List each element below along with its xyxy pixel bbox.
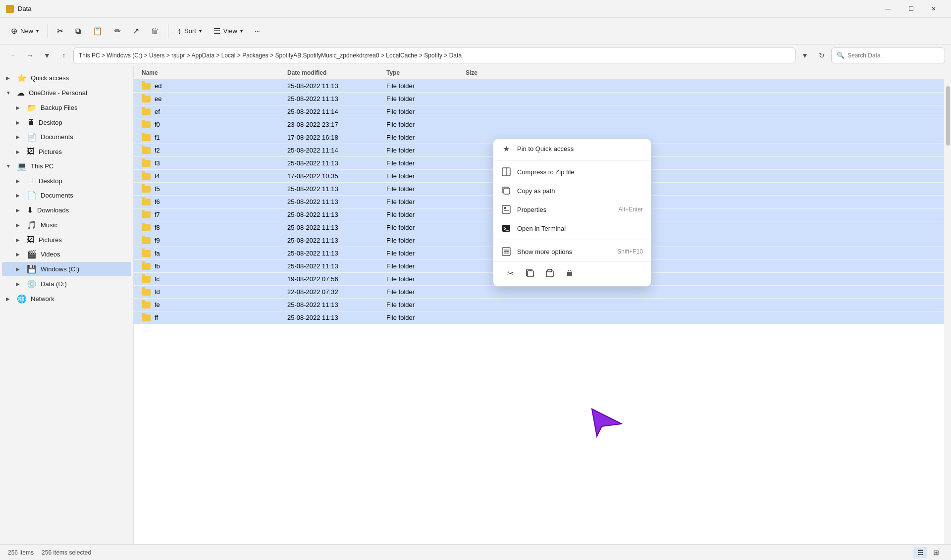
table-row[interactable]: ed 25-08-2022 11:13 File folder bbox=[134, 80, 944, 93]
zip-icon bbox=[501, 167, 511, 177]
file-name-cell: f6 bbox=[134, 198, 287, 205]
sidebar-item-documents-od[interactable]: ▶ 📄 Documents bbox=[2, 130, 131, 144]
file-name: f0 bbox=[155, 121, 160, 128]
network-icon: 🌐 bbox=[17, 294, 27, 304]
expand-icon: ▼ bbox=[6, 163, 13, 169]
file-date-cell: 22-08-2022 07:32 bbox=[287, 288, 386, 296]
list-view-button[interactable]: ☰ bbox=[913, 547, 927, 559]
ctx-open-terminal[interactable]: Open in Terminal bbox=[493, 219, 651, 238]
search-box[interactable]: 🔍 bbox=[831, 48, 945, 63]
table-row[interactable]: ff 25-08-2022 11:13 File folder bbox=[134, 311, 944, 324]
table-row[interactable]: fe 25-08-2022 11:13 File folder bbox=[134, 299, 944, 311]
sidebar-item-pictures-od[interactable]: ▶ 🖼 Pictures bbox=[2, 145, 131, 158]
file-name-cell: f5 bbox=[134, 185, 287, 193]
ctx-bottom-icons: ✂ 🗑 bbox=[493, 261, 651, 286]
scrollbar[interactable] bbox=[944, 66, 951, 544]
minimize-button[interactable]: — bbox=[877, 0, 899, 18]
col-name-header[interactable]: Name bbox=[134, 69, 287, 76]
view-dropdown-icon: ▾ bbox=[240, 28, 243, 34]
sidebar-item-videos[interactable]: ▶ 🎬 Videos bbox=[2, 247, 131, 261]
sidebar-item-network[interactable]: ▶ 🌐 Network bbox=[2, 292, 131, 306]
sidebar-item-onedrive[interactable]: ▼ ☁ OneDrive - Personal bbox=[2, 86, 131, 100]
col-type-header[interactable]: Type bbox=[386, 69, 466, 76]
ctx-paste-icon[interactable] bbox=[541, 265, 559, 281]
new-button[interactable]: ⊕ New ▾ bbox=[6, 23, 44, 39]
pin-icon: ★ bbox=[501, 144, 511, 153]
sidebar-item-pictures-pc[interactable]: ▶ 🖼 Pictures bbox=[2, 233, 131, 247]
up-button[interactable]: ↑ bbox=[56, 48, 71, 63]
breadcrumb-dropdown-button[interactable]: ▼ bbox=[797, 48, 812, 63]
close-button[interactable]: ✕ bbox=[922, 0, 945, 18]
title-bar-left: Data bbox=[6, 5, 31, 13]
ctx-copy-icon[interactable] bbox=[521, 265, 539, 281]
folder-icon bbox=[142, 83, 151, 90]
scrollbar-thumb[interactable] bbox=[946, 86, 950, 146]
col-size-header[interactable]: Size bbox=[466, 69, 525, 76]
maximize-button[interactable]: ☐ bbox=[899, 0, 922, 18]
col-date-header[interactable]: Date modified bbox=[287, 69, 386, 76]
folder-icon bbox=[142, 96, 151, 102]
paste-button[interactable]: 📋 bbox=[88, 23, 107, 39]
table-row[interactable]: ef 25-08-2022 11:14 File folder bbox=[134, 105, 944, 118]
sidebar-item-backup-files[interactable]: ▶ 📁 Backup Files bbox=[2, 101, 131, 115]
file-name-cell: f0 bbox=[134, 121, 287, 128]
ctx-compress-zip[interactable]: Compress to Zip file bbox=[493, 162, 651, 181]
sidebar-item-music[interactable]: ▶ 🎵 Music bbox=[2, 218, 131, 232]
share-button[interactable]: ↗ bbox=[128, 23, 144, 39]
forward-button[interactable]: → bbox=[23, 48, 38, 63]
ctx-properties[interactable]: Properties Alt+Enter bbox=[493, 200, 651, 219]
ctx-delete-icon[interactable]: 🗑 bbox=[561, 265, 579, 281]
table-row[interactable]: fd 22-08-2022 07:32 File folder bbox=[134, 286, 944, 299]
copy-button[interactable]: ⧉ bbox=[70, 24, 86, 39]
sort-button[interactable]: ↕ Sort ▾ bbox=[172, 24, 207, 39]
file-name-cell: fc bbox=[134, 275, 287, 283]
show-more-icon bbox=[501, 247, 511, 256]
ctx-copy-path[interactable]: Copy as path bbox=[493, 181, 651, 200]
folder-icon bbox=[142, 276, 151, 283]
ctx-cut-icon[interactable]: ✂ bbox=[501, 265, 519, 281]
file-type-cell: File folder bbox=[386, 275, 466, 283]
grid-view-button[interactable]: ⊞ bbox=[929, 547, 943, 559]
backup-files-icon: 📁 bbox=[27, 103, 37, 112]
recent-locations-button[interactable]: ▼ bbox=[40, 48, 54, 63]
file-date-cell: 25-08-2022 11:13 bbox=[287, 185, 386, 193]
file-name: f9 bbox=[155, 237, 160, 244]
sidebar-item-quick-access[interactable]: ▶ ⭐ Quick access bbox=[2, 71, 131, 85]
cut-button[interactable]: ✂ bbox=[52, 23, 68, 39]
file-date-cell: 17-08-2022 10:35 bbox=[287, 172, 386, 180]
search-input[interactable] bbox=[847, 52, 940, 59]
view-button[interactable]: ☰ View ▾ bbox=[209, 23, 248, 39]
ctx-pin-quick-access[interactable]: ★ Pin to Quick access bbox=[493, 139, 651, 158]
file-date-cell: 25-08-2022 11:13 bbox=[287, 82, 386, 90]
file-name: fb bbox=[155, 262, 160, 270]
refresh-button[interactable]: ↻ bbox=[814, 48, 829, 63]
file-type-cell: File folder bbox=[386, 314, 466, 321]
back-button[interactable]: ← bbox=[6, 48, 21, 63]
file-type-cell: File folder bbox=[386, 237, 466, 244]
file-name-cell: f8 bbox=[134, 224, 287, 231]
sidebar-item-windows-c[interactable]: ▶ 💾 Windows (C:) bbox=[2, 262, 131, 276]
file-name: ee bbox=[155, 95, 161, 102]
table-row[interactable]: ee 25-08-2022 11:13 File folder bbox=[134, 93, 944, 105]
selected-count: 256 items selected bbox=[42, 549, 91, 556]
file-name: fc bbox=[155, 275, 159, 283]
sidebar-item-downloads[interactable]: ▶ ⬇ Downloads bbox=[2, 203, 131, 217]
file-date-cell: 25-08-2022 11:13 bbox=[287, 211, 386, 218]
sidebar-item-documents-pc[interactable]: ▶ 📄 Documents bbox=[2, 188, 131, 203]
file-name: f3 bbox=[155, 159, 160, 167]
breadcrumb[interactable]: This PC > Windows (C:) > Users > rsupr >… bbox=[73, 48, 795, 63]
view-toggle-group: ☰ ⊞ bbox=[913, 547, 943, 559]
sidebar-item-desktop-od[interactable]: ▶ 🖥 Desktop bbox=[2, 115, 131, 129]
more-button[interactable]: ··· bbox=[250, 24, 265, 38]
table-row[interactable]: f0 23-08-2022 23:17 File folder bbox=[134, 118, 944, 131]
rename-button[interactable]: ✏ bbox=[109, 23, 126, 39]
ctx-show-more[interactable]: Show more options Shift+F10 bbox=[493, 242, 651, 261]
sidebar-item-desktop-pc[interactable]: ▶ 🖥 Desktop bbox=[2, 174, 131, 188]
file-name: ff bbox=[155, 314, 158, 321]
delete-button[interactable]: 🗑 bbox=[146, 24, 164, 39]
ctx-terminal-label: Open in Terminal bbox=[517, 225, 566, 232]
sidebar-item-data-d[interactable]: ▶ 💿 Data (D:) bbox=[2, 277, 131, 291]
file-name-cell: f4 bbox=[134, 172, 287, 180]
sidebar-item-this-pc[interactable]: ▼ 💻 This PC bbox=[2, 159, 131, 173]
ctx-properties-label: Properties bbox=[517, 206, 546, 213]
